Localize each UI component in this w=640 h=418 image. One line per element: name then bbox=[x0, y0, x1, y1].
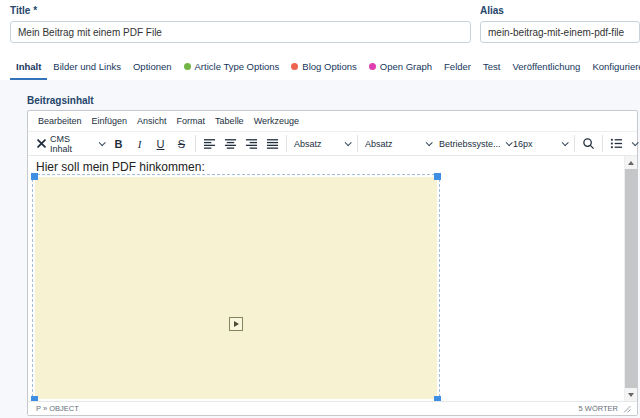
resize-handle-top-left[interactable] bbox=[31, 173, 38, 180]
tab-content-inhalt: Beitragsinhalt Bearbeiten Einfügen Ansic… bbox=[0, 80, 640, 418]
header-fields: Title * Alias bbox=[0, 0, 640, 43]
red-status-dot-icon bbox=[291, 63, 298, 70]
font-size-select[interactable]: 16px bbox=[509, 134, 571, 154]
content-paragraph[interactable]: Hier soll mein PDF hinkommen: bbox=[36, 160, 205, 174]
italic-button[interactable]: I bbox=[129, 134, 150, 154]
blocks-select[interactable]: Absatz bbox=[361, 134, 435, 154]
menu-bearbeiten[interactable]: Bearbeiten bbox=[33, 114, 87, 128]
embedded-object-icon bbox=[229, 317, 243, 331]
editor-menubar: Bearbeiten Einfügen Ansicht Format Tabel… bbox=[28, 111, 637, 132]
resize-handle-bottom-right[interactable] bbox=[434, 396, 441, 401]
align-justify-icon[interactable] bbox=[262, 134, 283, 154]
tab-open-graph[interactable]: Open Graph bbox=[363, 56, 438, 80]
toolbar-separator bbox=[602, 135, 603, 152]
chevron-down-icon bbox=[562, 139, 569, 146]
selected-pdf-object[interactable] bbox=[33, 175, 439, 401]
tab-article-type-options[interactable]: Article Type Options bbox=[178, 56, 286, 80]
tab-konfigurieren-des-editors[interactable]: Konfigurieren des Editors bbox=[586, 56, 640, 80]
resize-handle-bottom-left[interactable] bbox=[31, 396, 38, 401]
chevron-down-icon[interactable] bbox=[632, 139, 639, 146]
chevron-down-icon bbox=[99, 139, 106, 146]
editor-toolbar: CMS Inhalt B I U S Absatz bbox=[28, 132, 637, 156]
green-status-dot-icon bbox=[184, 63, 191, 70]
menu-tabelle[interactable]: Tabelle bbox=[210, 114, 249, 128]
menu-ansicht[interactable]: Ansicht bbox=[132, 114, 172, 128]
scroll-down-icon[interactable] bbox=[625, 388, 637, 401]
tab-blog-options[interactable]: Blog Options bbox=[285, 56, 362, 80]
toolbar-separator bbox=[286, 135, 287, 152]
scrollbar-thumb[interactable] bbox=[625, 169, 637, 388]
joomla-icon bbox=[36, 138, 47, 149]
tab-inhalt[interactable]: Inhalt bbox=[10, 56, 47, 80]
alias-input[interactable] bbox=[480, 21, 640, 43]
search-icon[interactable] bbox=[578, 134, 599, 154]
editor-field-label: Beitragsinhalt bbox=[27, 95, 640, 106]
alias-label: Alias bbox=[480, 5, 640, 16]
font-family-select[interactable]: Betriebssyste... bbox=[435, 134, 509, 154]
tab-test[interactable]: Test bbox=[477, 56, 506, 80]
editor-content-area[interactable]: Hier soll mein PDF hinkommen: bbox=[28, 156, 637, 401]
align-center-icon[interactable] bbox=[220, 134, 241, 154]
bold-button[interactable]: B bbox=[108, 134, 129, 154]
align-right-icon[interactable] bbox=[241, 134, 262, 154]
article-tabs: Inhalt Bilder und Links Optionen Article… bbox=[0, 56, 640, 80]
tab-veroeffentlichung[interactable]: Veröffentlichung bbox=[506, 56, 586, 80]
title-input[interactable] bbox=[10, 21, 471, 43]
magenta-status-dot-icon bbox=[369, 63, 376, 70]
styles-select[interactable]: Absatz bbox=[290, 134, 354, 154]
editor-statusbar: P » OBJECT 5 WÖRTER bbox=[28, 401, 637, 415]
cms-content-button[interactable]: CMS Inhalt bbox=[32, 134, 108, 154]
word-count[interactable]: 5 WÖRTER bbox=[579, 404, 618, 413]
align-left-icon[interactable] bbox=[199, 134, 220, 154]
tab-optionen[interactable]: Optionen bbox=[127, 56, 178, 80]
resize-handle-top-right[interactable] bbox=[434, 173, 441, 180]
tinymce-editor: Bearbeiten Einfügen Ansicht Format Tabel… bbox=[27, 110, 638, 416]
chevron-down-icon bbox=[426, 139, 433, 146]
bullet-list-button[interactable] bbox=[606, 134, 627, 154]
underline-button[interactable]: U bbox=[150, 134, 171, 154]
strikethrough-button[interactable]: S bbox=[171, 134, 192, 154]
menu-werkzeuge[interactable]: Werkzeuge bbox=[249, 114, 304, 128]
toolbar-separator bbox=[195, 135, 196, 152]
toolbar-separator bbox=[357, 135, 358, 152]
menu-einfuegen[interactable]: Einfügen bbox=[87, 114, 133, 128]
editor-scrollbar[interactable] bbox=[624, 156, 637, 401]
title-label: Title * bbox=[10, 5, 471, 16]
resize-grip-icon[interactable] bbox=[623, 405, 631, 413]
toolbar-separator bbox=[574, 135, 575, 152]
tab-bilder-und-links[interactable]: Bilder und Links bbox=[47, 56, 127, 80]
menu-format[interactable]: Format bbox=[172, 114, 211, 128]
chevron-down-icon bbox=[345, 139, 352, 146]
scroll-up-icon[interactable] bbox=[625, 156, 637, 169]
element-path[interactable]: P » OBJECT bbox=[36, 404, 79, 413]
tab-felder[interactable]: Felder bbox=[438, 56, 477, 80]
